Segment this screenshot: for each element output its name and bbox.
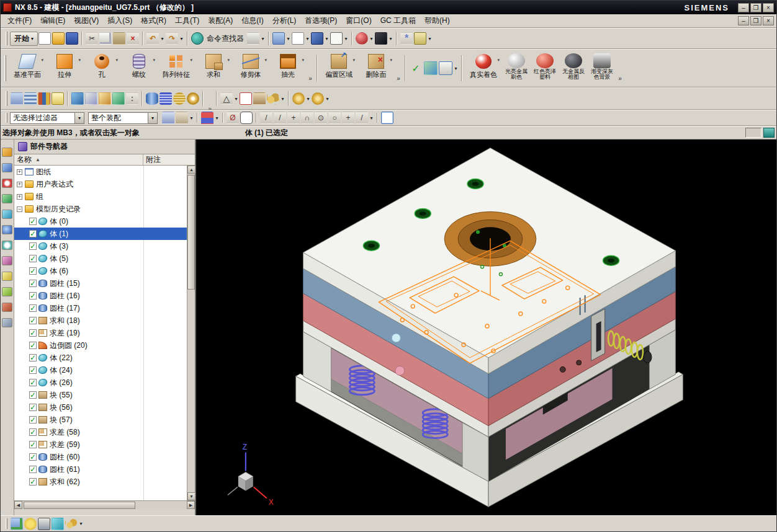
scrollbar-thumb[interactable] [187,175,195,290]
coil-gold-icon[interactable] [173,92,186,105]
checkbox-icon[interactable] [29,391,37,399]
hd3d-tool-icon[interactable] [2,210,12,219]
measure-ruler-icon[interactable] [414,32,426,45]
sphere-shade-icon[interactable] [356,32,368,45]
scroll-left-icon[interactable] [14,501,22,509]
view-cube-icon[interactable] [311,32,323,45]
menu-item[interactable]: 工具(T) [171,14,204,27]
nosnap-icon[interactable] [227,112,239,124]
selection-filter-dropdown-icon[interactable] [74,112,84,124]
arc-snap-icon[interactable] [301,112,313,124]
tree-item[interactable]: 求和 (18) [14,314,187,327]
scroll-down-icon[interactable] [187,492,195,500]
move-component-icon[interactable] [71,92,84,105]
checkbox-icon[interactable] [29,280,37,287]
dropdown-arrow-icon[interactable] [159,36,165,42]
wave-table-icon[interactable] [240,92,252,105]
tree-item[interactable]: 用户表达式 [14,178,187,190]
menu-item[interactable]: 帮助(H) [420,14,454,27]
expand-toggle-icon[interactable] [17,182,22,187]
datum-plane-button[interactable]: 基准平面 [9,51,46,86]
tree-item[interactable]: 模型历史记录 [14,203,187,215]
section-view-icon[interactable] [424,61,438,75]
rect-snap-icon[interactable] [240,112,253,124]
apply-check-icon[interactable] [409,61,423,75]
mold-tools-icon[interactable] [253,92,266,105]
selection-scope-combo[interactable]: 整个装配 [88,112,148,124]
checkbox-icon[interactable] [29,478,37,485]
pattern-table-icon[interactable] [439,61,452,75]
menu-item[interactable]: 信息(I) [237,14,267,27]
matte-metal-style-icon[interactable]: 无金属反相图 [559,51,588,86]
chain-open-icon[interactable] [176,112,188,124]
tree-item[interactable]: 圆柱 (61) [14,463,187,476]
minimize-button[interactable] [738,3,749,12]
circle-snap-icon[interactable] [328,112,341,124]
tree-item[interactable]: 边倒圆 (20) [14,339,187,352]
cylinder-tool-icon[interactable] [146,92,158,105]
expand-toggle-icon[interactable] [17,206,22,212]
delete-face-button[interactable]: 删除面 [357,51,395,86]
guide-ball-pink[interactable] [395,366,405,375]
menu-item[interactable]: 窗口(O) [341,14,375,27]
plus-snap-icon[interactable] [342,112,354,124]
dropdown-arrow-icon[interactable] [214,115,220,121]
checkbox-icon[interactable] [29,366,37,374]
unite-button[interactable]: 求和 [195,51,232,86]
dropdown-arrow-icon[interactable] [343,36,349,42]
mdi-restore-button[interactable] [750,16,761,25]
dropdown-arrow-icon[interactable] [189,115,194,121]
overflow-chevron-icon[interactable] [616,55,624,82]
scroll-up-icon[interactable] [187,166,195,174]
part-navigator-icon[interactable] [2,179,12,188]
manufacturing-wizard-icon[interactable] [2,287,12,296]
close-button[interactable] [763,3,774,12]
gear-gold-icon[interactable] [292,92,305,105]
toolbar-grip[interactable] [6,113,7,123]
cyan-cube-icon[interactable] [52,518,64,530]
toolbar-grip[interactable] [4,55,6,81]
menu-item[interactable]: GC 工具箱 [376,14,420,27]
horizontal-scrollbar[interactable] [14,500,195,509]
tree-item[interactable]: 块 (55) [14,389,187,401]
checkbox-icon[interactable] [29,428,37,436]
tree-item[interactable]: 块 (57) [14,414,187,426]
display-monitor-icon[interactable] [38,518,50,530]
paste-icon[interactable] [113,32,125,45]
selection-scope-dropdown-icon[interactable] [148,112,158,124]
delete-icon[interactable] [127,32,139,45]
endpoint-snap-icon[interactable] [260,112,272,124]
history-icon[interactable] [2,241,12,250]
tree-item[interactable]: 体 (5) [14,252,187,265]
tree-item[interactable]: 求和 (62) [14,476,187,488]
library-icon[interactable] [38,92,50,105]
trim-body-button[interactable]: 修剪体 [232,51,269,86]
tree-item[interactable]: 圆柱 (60) [14,451,187,463]
slash-snap-icon[interactable] [356,112,368,124]
expand-toggle-icon[interactable] [17,194,22,200]
gear-gold2-icon[interactable] [312,92,324,105]
tree-item[interactable]: 体 (24) [14,364,187,376]
expand-toggle-icon[interactable] [17,169,22,175]
assembly-constraint-icon[interactable] [85,92,97,105]
tree-item[interactable]: 图纸 [14,166,187,178]
dropdown-arrow-icon[interactable] [453,66,459,71]
black-cube-icon[interactable] [375,32,387,45]
cut-icon[interactable] [86,32,98,45]
midpoint-snap-icon[interactable] [274,112,286,124]
checkbox-icon[interactable] [29,404,37,411]
graphics-window[interactable]: Z X [196,140,776,515]
coordinate-triad[interactable]: Z X [228,443,274,507]
intersection-snap-icon[interactable] [287,112,300,124]
checkbox-icon[interactable] [29,317,37,324]
note-icon[interactable] [52,92,64,105]
mdi-close-button[interactable] [763,16,774,25]
web-browser-icon[interactable] [2,225,12,234]
menu-item[interactable]: 文件(F) [3,14,36,27]
spring-tool-icon[interactable] [159,92,172,105]
menu-item[interactable]: 视图(V) [70,14,103,27]
overflow-chevron-icon[interactable] [206,85,213,112]
dropdown-arrow-icon[interactable] [324,36,330,42]
more-dots-icon[interactable] [126,92,138,105]
checkbox-icon[interactable] [29,255,37,262]
